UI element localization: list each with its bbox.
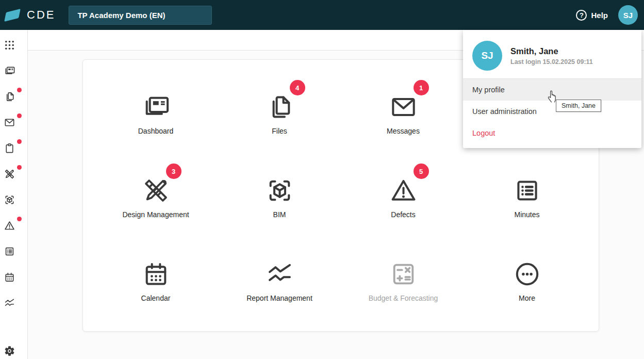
sidebar-item-defects[interactable] (0, 220, 28, 232)
notification-badge: 4 (290, 80, 305, 95)
help-button[interactable]: ? Help (576, 10, 608, 21)
tile-defects[interactable]: 5 Defects (341, 154, 465, 238)
sidebar-item-apps-menu[interactable] (0, 39, 28, 52)
notification-dot (17, 217, 22, 221)
tile-label: Report Management (246, 294, 312, 302)
user-menu-header: SJ Smith, Jane Last login 15.02.2025 09:… (463, 30, 641, 79)
tile-label: Dashboard (138, 127, 174, 135)
user-name: Smith, Jane (510, 46, 558, 56)
tile-budget-forecasting: Budget & Forecasting (341, 238, 465, 321)
design-management-icon (141, 176, 171, 205)
help-label: Help (591, 11, 608, 20)
sidebar-item-bim[interactable] (0, 194, 28, 206)
more-icon (513, 259, 542, 289)
sidebar-item-minutes[interactable] (0, 246, 28, 258)
bim-icon (4, 194, 15, 206)
last-login: Last login 15.02.2025 09:11 (510, 58, 593, 66)
project-name: TP Academy Demo (EN) (77, 11, 165, 20)
tile-label: Design Management (122, 210, 189, 219)
sidebar-item-dashboard[interactable] (0, 65, 28, 77)
menu-item-logout[interactable]: Logout (463, 122, 641, 144)
files-icon (4, 91, 15, 103)
notification-dot (17, 139, 22, 144)
tile-calendar[interactable]: Calendar (94, 238, 218, 321)
files-icon (265, 92, 294, 122)
tasks-clipboard-icon (4, 142, 15, 154)
sidebar-item-files[interactable] (0, 91, 28, 103)
gear-icon[interactable] (4, 345, 15, 357)
report-management-icon (265, 259, 294, 289)
messages-icon (4, 117, 15, 128)
tile-label: Messages (387, 127, 420, 135)
sidebar-item-report-management[interactable] (0, 297, 28, 309)
mouse-pointer-icon (547, 88, 560, 104)
tooltip: Smith, Jane (556, 100, 601, 112)
tile-design-management[interactable]: 3 Design Management (94, 154, 218, 238)
menu-item-user-administration[interactable]: User administration (463, 101, 641, 122)
budget-forecasting-icon (389, 259, 418, 289)
apps-grid-icon (4, 39, 15, 51)
messages-icon (389, 92, 418, 122)
tile-minutes[interactable]: Minutes (465, 154, 589, 238)
minutes-icon (4, 246, 15, 257)
sidebar-item-messages[interactable] (0, 117, 28, 129)
defects-icon (389, 176, 418, 205)
brand-name: CDE (27, 8, 55, 22)
sidebar-item-calendar[interactable] (0, 271, 28, 284)
tile-dashboard[interactable]: Dashboard (94, 71, 218, 154)
notification-badge: 5 (414, 164, 429, 179)
menu-item-label: Logout (472, 129, 495, 137)
tile-label: Calendar (141, 294, 171, 302)
tile-label: BIM (273, 210, 286, 219)
menu-item-label: User administration (472, 107, 537, 116)
design-management-icon (4, 168, 15, 180)
minutes-icon (513, 176, 542, 205)
notification-dot (17, 113, 22, 118)
calendar-icon (4, 271, 15, 283)
tile-report-management[interactable]: Report Management (218, 238, 341, 321)
help-question-icon: ? (576, 10, 587, 21)
app-logo[interactable]: CDE (5, 8, 55, 22)
dashboard-icon (141, 92, 171, 122)
tile-more[interactable]: More (465, 238, 589, 321)
user-avatar-button[interactable]: SJ (618, 5, 638, 25)
tile-label: Minutes (514, 210, 539, 219)
top-bar: CDE TP Academy Demo (EN) ? Help SJ (0, 0, 644, 30)
calendar-icon (141, 259, 171, 289)
menu-item-label: My profile (472, 86, 505, 94)
sidebar (0, 30, 28, 359)
sidebar-item-tasks[interactable] (0, 142, 28, 155)
tile-label: Budget & Forecasting (369, 294, 438, 302)
user-avatar-large: SJ (472, 41, 502, 71)
tile-bim[interactable]: BIM (218, 154, 341, 238)
report-management-icon (4, 297, 15, 309)
tile-files[interactable]: 4 Files (218, 71, 341, 154)
tile-label: Defects (391, 210, 415, 219)
sidebar-item-design-management[interactable] (0, 168, 28, 181)
notification-badge: 1 (414, 80, 429, 95)
notification-dot (17, 165, 22, 170)
notification-badge: 3 (166, 164, 181, 179)
tile-label: Files (272, 127, 287, 135)
dashboard-icon (4, 65, 15, 77)
topbar-right: ? Help SJ (576, 0, 638, 30)
app-screen: CDE TP Academy Demo (EN) ? Help SJ (0, 0, 644, 359)
bim-icon (265, 176, 294, 205)
notification-dot (17, 88, 22, 92)
project-selector-button[interactable]: TP Academy Demo (EN) (69, 6, 212, 25)
tile-label: More (519, 294, 535, 302)
logo-flag-icon (4, 9, 21, 22)
tile-messages[interactable]: 1 Messages (341, 71, 465, 154)
defects-icon (4, 220, 15, 232)
